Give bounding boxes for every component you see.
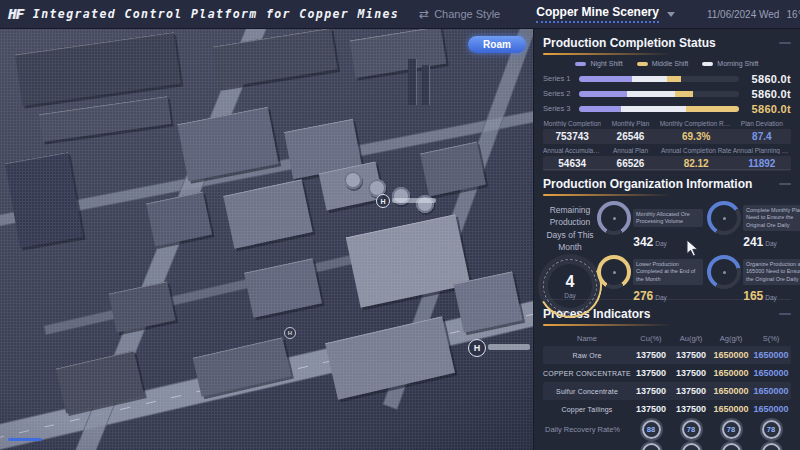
cell-value: 137500 xyxy=(671,368,711,378)
bar-segment xyxy=(579,76,632,82)
recovery-gauge: 78 xyxy=(722,420,741,439)
stat-label: Annual Plan xyxy=(601,147,659,154)
row-name: Copper Tailings xyxy=(543,406,631,413)
chimney xyxy=(422,65,429,105)
stat-value: 753743 xyxy=(543,131,601,142)
legend-swatch xyxy=(702,62,713,66)
more-button[interactable] xyxy=(779,313,791,315)
gauge-value: 241Day xyxy=(743,236,777,248)
series-label: Series 2 xyxy=(543,89,579,98)
completion-stats: Monthly CompletionMonthly PlanMonthly Co… xyxy=(543,120,791,171)
building-block xyxy=(108,281,175,333)
recovery-rates: Daily Recovery Rate%88787878Monthly Reco… xyxy=(543,418,791,450)
series-bar-row: Series 15860.0t xyxy=(543,71,791,86)
page-title: Integrated Control Platform for Copper M… xyxy=(33,7,399,21)
main-area: H H H Roam Production Completion Status … xyxy=(0,29,800,450)
process-indicators-table: NameCu(%)Au(g/t)Ag(g/t)S(%)Raw Ore137500… xyxy=(543,331,791,418)
building-block xyxy=(346,214,471,308)
legend-item[interactable]: Night Shift xyxy=(575,60,622,67)
row-name: Sulfur Concentrate xyxy=(543,388,631,395)
date-text: 11/06/2024 Wed xyxy=(707,9,779,20)
3d-mine-scene[interactable]: H H H Roam xyxy=(0,29,533,450)
cell-value: 1650000 xyxy=(711,368,751,378)
recovery-gauge: 86 xyxy=(762,443,781,450)
column-header: S(%) xyxy=(751,334,791,343)
series-bar-row: Series 35860.0t xyxy=(543,101,791,116)
bar-segment xyxy=(675,91,693,97)
column-header: Cu(%) xyxy=(631,334,671,343)
stats-label-row: Monthly CompletionMonthly PlanMonthly Co… xyxy=(543,120,791,127)
series-bar-track[interactable] xyxy=(579,91,739,97)
gauge-unit: Day xyxy=(765,240,777,247)
gauge-label: Monthly Allocated Ore Processing Volume xyxy=(633,209,703,228)
series-bar-track[interactable] xyxy=(579,106,739,112)
org-gauge: Monthly Allocated Ore Processing Volume3… xyxy=(597,201,703,253)
recovery-gauge: 66 xyxy=(642,443,661,450)
bar-segment xyxy=(686,106,739,112)
cell-value: 1650000 xyxy=(751,404,791,414)
series-label: Series 3 xyxy=(543,104,579,113)
cell-value: 137500 xyxy=(671,350,711,360)
title-underline xyxy=(543,324,671,326)
building-block xyxy=(39,96,172,142)
series-value: 5860.0t xyxy=(739,103,791,115)
legend-item[interactable]: Middle Shift xyxy=(637,60,689,67)
remaining-days-block: Remaining Production Days of This Month … xyxy=(543,201,597,313)
panel-title: Production Organization Information xyxy=(543,177,752,191)
gauge-label: Organize Production at 165000 Need to En… xyxy=(743,259,800,285)
cell-value: 137500 xyxy=(631,386,671,396)
gauge-label: Lower Production Completed at the End of… xyxy=(633,259,703,285)
legend-swatch xyxy=(575,62,586,66)
scene-selector-dropdown[interactable]: Copper Mine Scenery xyxy=(536,5,675,23)
series-bar-track[interactable] xyxy=(579,76,739,82)
stat-value: 87.4 xyxy=(733,131,791,142)
legend-label: Night Shift xyxy=(590,60,622,67)
building-block xyxy=(15,32,181,106)
gauge-value: 342Day xyxy=(633,236,667,248)
legend-item[interactable]: Morning Shift xyxy=(702,60,758,67)
gauge-ring-icon xyxy=(597,255,631,289)
stat-value: 66526 xyxy=(601,158,659,169)
app-root: HF Integrated Control Platform for Coppe… xyxy=(0,0,800,450)
series-value: 5860.0t xyxy=(739,88,791,100)
panel-production-completion: Production Completion Status Night Shift… xyxy=(543,29,791,169)
gauge-label: Complete Monthly Plan Need to Ensure the… xyxy=(743,205,800,231)
app-logo-icon: HF xyxy=(8,6,23,22)
building-block xyxy=(244,258,322,318)
remaining-days-gauge: 4 Day xyxy=(543,259,597,313)
bar-segment xyxy=(621,106,687,112)
more-button[interactable] xyxy=(779,183,791,185)
building-block xyxy=(146,191,212,246)
cell-value: 1650000 xyxy=(751,368,791,378)
org-gauge: Complete Monthly Plan Need to Ensure the… xyxy=(707,201,800,253)
title-underline xyxy=(543,53,671,55)
cell-value: 137500 xyxy=(671,404,711,414)
bar-segment xyxy=(627,91,675,97)
shift-bar-chart: Series 15860.0tSeries 25860.0tSeries 358… xyxy=(543,71,791,116)
bottom-progress-dash xyxy=(8,438,42,441)
gauge-ring-icon xyxy=(597,201,631,235)
roam-button[interactable]: Roam xyxy=(468,36,526,53)
stats-label-row: Annual AccumulationAnnual PlanAnnual Com… xyxy=(543,147,791,154)
stat-value: 11892 xyxy=(733,158,791,169)
column-header: Name xyxy=(543,334,631,343)
change-style-button[interactable]: ⇄ Change Style xyxy=(419,7,500,21)
stat-value: 54634 xyxy=(543,158,601,169)
panel-process-indicators: Process Indicators NameCu(%)Au(g/t)Ag(g/… xyxy=(543,299,791,450)
bar-segment xyxy=(632,76,667,82)
stats-value-row: 7537432654669.3%87.4 xyxy=(543,129,791,144)
row-name: COPPER CONCENTRATE xyxy=(543,370,631,377)
recovery-gauge: 78 xyxy=(682,420,701,439)
stat-label: Annual Planning Deviation xyxy=(733,147,791,154)
gauge-ring-icon xyxy=(707,255,741,289)
swap-arrows-icon: ⇄ xyxy=(419,7,429,21)
dashboard-column: Production Completion Status Night Shift… xyxy=(533,29,800,450)
stat-label: Monthly Completion xyxy=(543,120,601,127)
company-logo-icon: H xyxy=(468,339,486,357)
cell-value: 137500 xyxy=(671,386,711,396)
more-button[interactable] xyxy=(779,42,791,44)
column-header: Au(g/t) xyxy=(671,334,711,343)
storage-tank xyxy=(344,171,362,189)
shift-legend: Night ShiftMiddle ShiftMorning Shift xyxy=(543,60,791,67)
cell-value: 137500 xyxy=(631,368,671,378)
